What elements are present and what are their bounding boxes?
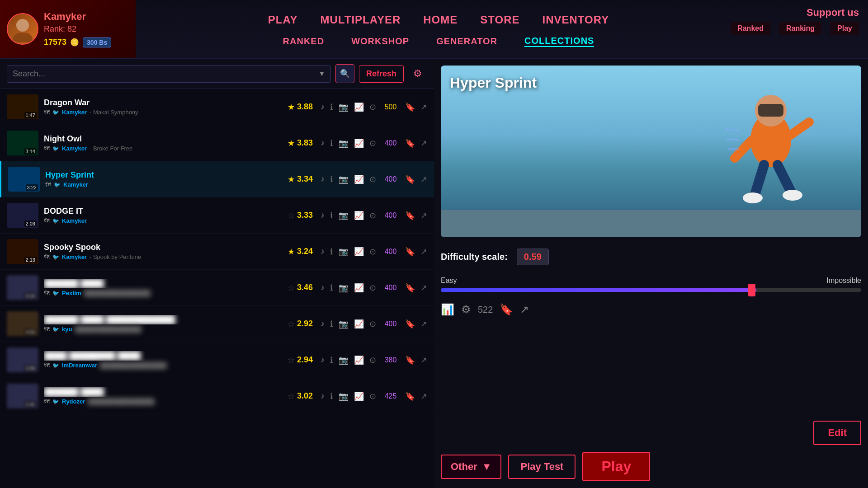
difficulty-icon[interactable]: ⚙ <box>461 303 471 316</box>
edit-button[interactable]: Edit <box>813 421 861 445</box>
list-item[interactable]: 2:03 DODGE IT 🗺 🐦 Kamyker ☆ 3.33 ♪ ℹ 📷 <box>0 197 434 234</box>
refresh-button[interactable]: Refresh <box>359 65 404 83</box>
info-icon[interactable]: ℹ <box>330 138 333 148</box>
slider-track[interactable] <box>441 288 861 292</box>
info-icon[interactable]: ℹ <box>330 247 333 257</box>
chart-icon[interactable]: 📈 <box>354 102 364 112</box>
nav-multiplayer[interactable]: Multiplayer <box>321 14 401 26</box>
music-icon[interactable]: ♪ <box>321 138 325 148</box>
music-icon[interactable]: ♪ <box>321 211 325 220</box>
difficulty-ring-icon[interactable]: ⊙ <box>369 355 376 365</box>
bookmark-list-icon[interactable]: 🔖 <box>405 319 415 329</box>
info-icon[interactable]: ℹ <box>330 283 333 293</box>
bookmark-list-icon[interactable]: 🔖 <box>405 247 415 257</box>
music-icon[interactable]: ♪ <box>321 174 325 184</box>
search-button[interactable]: 🔍 <box>335 64 354 83</box>
chart-icon[interactable]: 📈 <box>354 391 364 401</box>
info-icon[interactable]: ℹ <box>330 211 333 221</box>
camera-icon[interactable]: 📷 <box>339 319 349 329</box>
share-icon[interactable]: ↗ <box>420 102 427 112</box>
top-nav-ranked[interactable]: Ranked <box>731 22 770 35</box>
chart-icon[interactable]: 📈 <box>354 319 364 329</box>
music-icon[interactable]: ♪ <box>321 102 325 112</box>
search-input[interactable] <box>13 69 315 79</box>
chart-icon[interactable]: 📈 <box>354 211 364 221</box>
slider-thumb[interactable] <box>748 284 755 296</box>
bookmark-list-icon[interactable]: 🔖 <box>405 391 415 401</box>
list-item[interactable]: 2:41 ██████ ████ 🗺 🐦 Rydozer ███████████… <box>0 378 434 414</box>
bookmark-list-icon[interactable]: 🔖 <box>405 211 415 221</box>
camera-icon[interactable]: 📷 <box>339 247 349 257</box>
bookmark-list-icon[interactable]: 🔖 <box>405 102 415 112</box>
list-item[interactable]: 3:24 ██████ ████ 🗺 🐦 Pextim ████████████… <box>0 270 434 306</box>
share-icon[interactable]: ↗ <box>420 247 427 257</box>
play-test-button[interactable]: Play Test <box>508 455 576 479</box>
share-icon[interactable]: ↗ <box>420 319 427 329</box>
bookmark-list-icon[interactable]: 🔖 <box>405 174 415 184</box>
list-item[interactable]: 3:59 ████ ████████ ████ 🗺 🐦 ImDreamwar █… <box>0 342 434 378</box>
arrow-icon[interactable]: ↗ <box>520 303 529 316</box>
difficulty-ring-icon[interactable]: ⊙ <box>369 211 376 221</box>
share-icon[interactable]: ↗ <box>420 283 427 293</box>
camera-icon[interactable]: 📷 <box>339 174 349 184</box>
music-icon[interactable]: ♪ <box>321 319 325 328</box>
difficulty-ring-icon[interactable]: ⊙ <box>369 138 376 148</box>
difficulty-ring-icon[interactable]: ⊙ <box>369 102 376 112</box>
difficulty-ring-icon[interactable]: ⊙ <box>369 174 376 184</box>
bookmark-list-icon[interactable]: 🔖 <box>405 355 415 365</box>
info-icon[interactable]: ℹ <box>330 355 333 365</box>
list-item[interactable]: 1:47 Dragon War 🗺 🐦 Kamyker - Makai Symp… <box>0 89 434 125</box>
nav-play[interactable]: Play <box>268 14 298 26</box>
bookmark-list-icon[interactable]: 🔖 <box>405 283 415 293</box>
camera-icon[interactable]: 📷 <box>339 355 349 365</box>
nav-ranked[interactable]: Ranked <box>283 36 325 47</box>
list-item[interactable]: 3:22 Hyper Sprint 🗺 🐦 Kamyker ★ 3.34 ♪ ℹ <box>0 161 434 197</box>
camera-icon[interactable]: 📷 <box>339 391 349 401</box>
camera-icon[interactable]: 📷 <box>339 283 349 293</box>
nav-generator[interactable]: Generator <box>436 36 497 47</box>
music-icon[interactable]: ♪ <box>321 355 325 365</box>
camera-icon[interactable]: 📷 <box>339 102 349 112</box>
support-button[interactable]: Support us <box>807 7 859 19</box>
bookmark-list-icon[interactable]: 🔖 <box>405 138 415 148</box>
nav-workshop[interactable]: Workshop <box>351 36 409 47</box>
difficulty-ring-icon[interactable]: ⊙ <box>369 247 376 257</box>
share-icon[interactable]: ↗ <box>420 391 427 401</box>
chart-icon[interactable]: 📈 <box>354 283 364 293</box>
difficulty-ring-icon[interactable]: ⊙ <box>369 319 376 329</box>
difficulty-ring-icon[interactable]: ⊙ <box>369 283 376 293</box>
info-icon[interactable]: ℹ <box>330 319 333 329</box>
share-icon[interactable]: ↗ <box>420 174 427 184</box>
share-icon[interactable]: ↗ <box>420 211 427 221</box>
music-icon[interactable]: ♪ <box>321 283 325 292</box>
nav-store[interactable]: Store <box>480 14 519 26</box>
settings-button[interactable]: ⚙ <box>408 64 427 83</box>
info-icon[interactable]: ℹ <box>330 102 333 112</box>
camera-icon[interactable]: 📷 <box>339 211 349 221</box>
share-icon[interactable]: ↗ <box>420 138 427 148</box>
search-dropdown-arrow[interactable]: ▼ <box>319 70 325 77</box>
list-item[interactable]: 4:53 ██████ ████ ████████████ 🗺 🐦 kyu ██… <box>0 306 434 342</box>
chart-icon[interactable]: 📈 <box>354 247 364 257</box>
top-nav-ranking[interactable]: Ranking <box>779 22 821 35</box>
difficulty-ring-icon[interactable]: ⊙ <box>369 391 376 401</box>
other-dropdown[interactable]: Other ▼ <box>441 455 501 479</box>
camera-icon[interactable]: 📷 <box>339 138 349 148</box>
music-icon[interactable]: ♪ <box>321 391 325 401</box>
chart-icon[interactable]: 📈 <box>354 174 364 184</box>
nav-inventory[interactable]: Inventory <box>542 14 609 26</box>
nav-collections[interactable]: CoLLecTioNS <box>524 36 594 47</box>
info-icon[interactable]: ℹ <box>330 174 333 184</box>
bookmark-icon[interactable]: 🔖 <box>500 303 513 316</box>
share-icon[interactable]: ↗ <box>420 355 427 365</box>
top-nav-play[interactable]: Play <box>830 22 859 35</box>
list-item[interactable]: 3:14 Night Owl 🗺 🐦 Kamyker - Broke For F… <box>0 125 434 161</box>
music-icon[interactable]: ♪ <box>321 247 325 256</box>
play-button[interactable]: Play <box>582 452 650 481</box>
chart-icon[interactable]: 📈 <box>354 355 364 365</box>
info-icon[interactable]: ℹ <box>330 391 333 401</box>
nav-home[interactable]: Home <box>423 14 458 26</box>
list-item[interactable]: 2:13 Spooky Spook 🗺 🐦 Kamyker - Spook by… <box>0 234 434 270</box>
leaderboard-icon[interactable]: 📊 <box>441 303 454 316</box>
chart-icon[interactable]: 📈 <box>354 138 364 148</box>
